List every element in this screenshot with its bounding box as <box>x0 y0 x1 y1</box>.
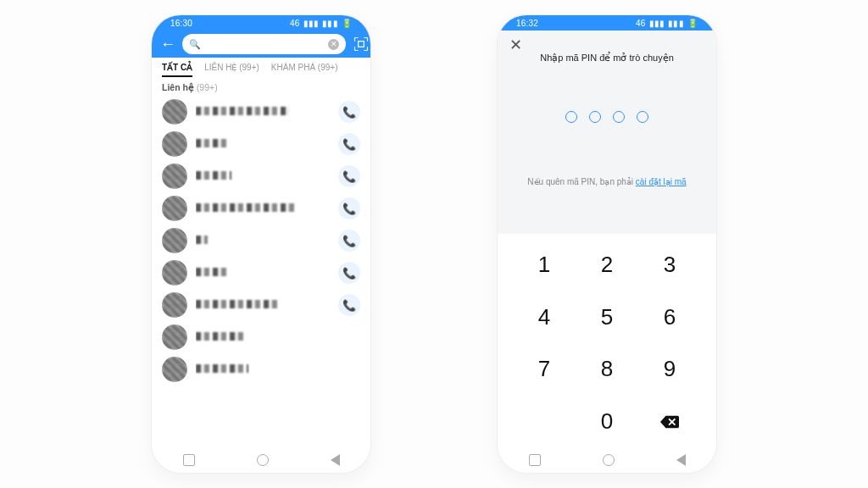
contact-name <box>196 136 338 152</box>
keypad-3[interactable]: 3 <box>638 245 701 285</box>
keypad-5[interactable]: 5 <box>576 297 638 337</box>
pin-title: Nhập mã PIN để mở trò chuyện <box>540 53 674 64</box>
call-button[interactable]: 📞 <box>338 262 360 284</box>
recents-button[interactable] <box>183 454 195 466</box>
contact-name <box>196 330 360 345</box>
avatar <box>162 99 187 125</box>
home-button[interactable] <box>257 454 269 466</box>
keypad-6[interactable]: 6 <box>638 297 701 337</box>
contact-row[interactable] <box>152 321 370 353</box>
tab[interactable]: KHÁM PHÁ (99+) <box>271 63 338 77</box>
phone-pin: 16:32 46▮▮▮▮▮▮🔋 ✕ Nhập mã PIN để mở trò … <box>498 15 716 473</box>
keypad-7[interactable]: 7 <box>513 349 576 389</box>
android-nav <box>152 447 370 473</box>
pin-dot <box>637 111 648 123</box>
avatar <box>162 260 187 286</box>
tab[interactable]: TẤT CẢ <box>162 63 192 77</box>
status-icons: 46▮▮▮▮▮▮🔋 <box>632 19 698 28</box>
contact-row[interactable]: 📞 <box>152 128 370 160</box>
pin-dot <box>613 111 625 123</box>
close-icon[interactable]: ✕ <box>509 36 522 54</box>
call-button[interactable]: 📞 <box>338 133 360 155</box>
contact-name <box>196 297 338 313</box>
avatar <box>162 292 187 318</box>
clear-icon[interactable]: ✕ <box>328 39 339 50</box>
clock: 16:30 <box>170 19 192 28</box>
home-button[interactable] <box>603 454 615 466</box>
contact-row[interactable]: 📞 <box>152 160 370 192</box>
back-button[interactable] <box>331 454 340 466</box>
phone-contacts: 16:30 46▮▮▮▮▮▮🔋 ← 🔍 ✕ TẤT CẢLIÊN HỆ (99+… <box>152 15 370 473</box>
status-icons: 46▮▮▮▮▮▮🔋 <box>287 19 352 28</box>
avatar <box>162 196 187 221</box>
keypad-2[interactable]: 2 <box>576 245 638 285</box>
pin-dot <box>589 111 601 123</box>
tab[interactable]: LIÊN HỆ (99+) <box>204 63 259 77</box>
keypad-0[interactable]: 0 <box>576 402 638 441</box>
contact-row[interactable]: 📞 <box>152 225 370 257</box>
contact-row[interactable] <box>152 353 370 385</box>
search-input[interactable] <box>206 34 323 54</box>
tabs: TẤT CẢLIÊN HỆ (99+)KHÁM PHÁ (99+) <box>152 58 370 77</box>
contact-name <box>196 104 338 119</box>
keypad-9[interactable]: 9 <box>638 349 701 389</box>
keypad-blank <box>513 414 576 428</box>
avatar <box>162 357 187 382</box>
contact-name <box>196 362 360 377</box>
keypad-8[interactable]: 8 <box>576 349 638 389</box>
back-icon[interactable]: ← <box>159 36 177 52</box>
keypad-4[interactable]: 4 <box>513 297 576 337</box>
statusbar: 16:30 46▮▮▮▮▮▮🔋 <box>152 15 370 30</box>
avatar <box>162 131 187 157</box>
contact-row[interactable]: 📞 <box>152 96 370 128</box>
contacts-list[interactable]: 📞📞📞📞📞📞📞 <box>152 96 370 447</box>
pin-prompt-area: ✕ Nhập mã PIN để mở trò chuyện Nếu quên … <box>498 30 716 234</box>
pin-hint: Nếu quên mã PIN, bạn phải cài đặt lại mã <box>527 177 686 186</box>
call-button[interactable]: 📞 <box>338 197 360 219</box>
statusbar: 16:32 46▮▮▮▮▮▮🔋 <box>498 15 716 30</box>
contact-name <box>196 201 338 216</box>
pin-dot <box>565 111 577 123</box>
search-icon: 🔍 <box>189 39 201 50</box>
android-nav <box>498 447 716 473</box>
keypad: 1234567890 <box>498 234 716 447</box>
contact-name <box>196 233 338 248</box>
contact-name <box>196 265 338 280</box>
back-button[interactable] <box>676 454 686 466</box>
search-box[interactable]: 🔍 ✕ <box>182 34 346 54</box>
keypad-backspace[interactable] <box>638 402 701 441</box>
contact-row[interactable]: 📞 <box>152 289 370 321</box>
avatar <box>162 228 187 253</box>
keypad-1[interactable]: 1 <box>513 245 576 285</box>
reset-pin-link[interactable]: cài đặt lại mã <box>636 177 687 186</box>
contact-row[interactable]: 📞 <box>152 192 370 225</box>
contact-name <box>196 169 338 184</box>
list-header: Liên hệ (99+) <box>152 77 370 96</box>
call-button[interactable]: 📞 <box>338 294 360 316</box>
avatar <box>162 324 187 350</box>
pin-dots <box>565 111 648 123</box>
call-button[interactable]: 📞 <box>338 165 360 187</box>
recents-button[interactable] <box>529 454 541 466</box>
call-button[interactable]: 📞 <box>338 101 360 123</box>
search-header: ← 🔍 ✕ <box>152 30 370 58</box>
contact-row[interactable]: 📞 <box>152 257 370 289</box>
qr-scan-icon[interactable] <box>351 36 370 53</box>
avatar <box>162 164 187 189</box>
clock: 16:32 <box>516 19 538 28</box>
call-button[interactable]: 📞 <box>338 230 360 252</box>
